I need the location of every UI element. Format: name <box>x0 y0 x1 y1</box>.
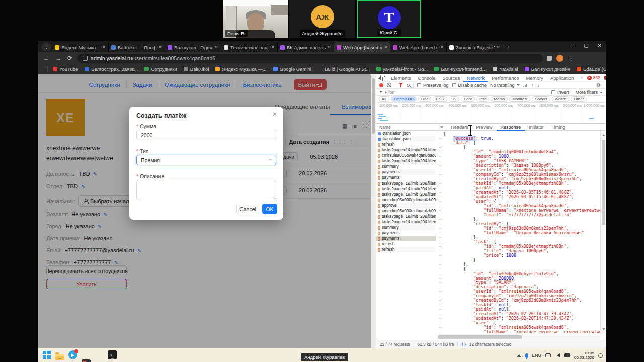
file-explorer-icon[interactable] <box>55 350 64 359</box>
filter-chip[interactable]: Other <box>571 96 587 102</box>
filter-chip[interactable]: Fetch/XHR <box>391 96 417 102</box>
devtools-tab[interactable]: Console <box>415 74 439 82</box>
request-row[interactable]: tasks?page=1&limit=20&filters%5... <box>376 158 436 164</box>
tab-close-icon[interactable]: ✕ <box>214 45 218 50</box>
response-horizontal-scrollbar[interactable] <box>437 334 600 340</box>
bookmark-item[interactable]: Бал кукол дизайн <box>525 66 570 72</box>
bookmark-item[interactable]: Яндекс Музыка —... <box>215 66 266 72</box>
filter-chip[interactable]: Doc <box>418 96 431 102</box>
network-conditions-icon[interactable] <box>523 83 528 87</box>
invert-checkbox[interactable]: Invert <box>551 89 569 95</box>
request-row[interactable]: tasks?page=1&limit=20&filters%5... <box>376 192 436 197</box>
bookmark-item[interactable]: BalKukol <box>184 66 209 72</box>
notifications-icon[interactable] <box>598 353 603 358</box>
app-icon-dark[interactable] <box>82 359 91 362</box>
devtools-tab[interactable]: Network <box>463 74 488 82</box>
browser-tab[interactable]: БК Админ панель (просм ✕ <box>278 42 334 52</box>
filter-chip[interactable]: Font <box>461 96 475 102</box>
filter-chip[interactable]: Manifest <box>509 96 530 102</box>
browser-tab[interactable]: Звонок в Яндекс Тел ✕ <box>447 42 503 52</box>
error-badge[interactable]: ✕ 832 1 <box>587 75 606 80</box>
ok-button[interactable]: OK <box>262 204 277 214</box>
filter-chip[interactable]: CSS <box>433 96 447 102</box>
device-toolbar-icon[interactable] <box>384 76 385 80</box>
page-scrollbar[interactable] <box>371 74 376 348</box>
type-select[interactable]: Премия <box>136 155 276 165</box>
forward-button[interactable]: → <box>55 55 61 62</box>
tab-close-icon[interactable]: ✕ <box>102 45 106 50</box>
tab-close-icon[interactable]: ✕ <box>271 45 275 50</box>
request-row[interactable]: refresh <box>376 247 436 252</box>
export-har-icon[interactable]: ↓ <box>537 83 540 88</box>
scroll-down-arrow[interactable] <box>602 328 605 332</box>
clock[interactable]: 19:05 05.03.2026 <box>574 351 594 360</box>
search-icon[interactable] <box>407 84 410 87</box>
tab-close-icon[interactable]: ✕ <box>496 45 500 50</box>
detail-tab[interactable]: Response <box>497 124 525 131</box>
name-column-header[interactable]: Name <box>376 124 436 130</box>
request-row[interactable]: refresh <box>376 241 436 247</box>
throttling-select[interactable]: No throttling <box>490 83 520 88</box>
filter-funnel-icon[interactable] <box>399 83 403 87</box>
pretty-print-icon[interactable]: { } <box>461 342 465 346</box>
browser-tab[interactable]: Техническое задание: А ✕ <box>221 42 278 52</box>
browser-tab[interactable]: Яндекс Музыка — собир ✕ <box>52 42 109 52</box>
scroll-up-arrow[interactable] <box>602 133 605 136</box>
call-tile-avatar[interactable]: АЖ Андрей Журавлёв <box>289 0 355 38</box>
detail-tab[interactable]: Preview <box>472 124 497 131</box>
tab-close-icon[interactable]: ✕ <box>384 45 388 50</box>
network-overview-timeline[interactable]: 100,000 ms200,000 ms300,000 ms400,000 ms… <box>376 103 606 124</box>
request-row[interactable]: tasks?page=1&limit=20&filters%5... <box>376 219 436 225</box>
terminal-icon[interactable]: >_ <box>108 350 117 359</box>
window-close-button[interactable]: ✕ <box>598 43 602 48</box>
record-button[interactable] <box>379 83 383 87</box>
volume-icon[interactable] <box>555 353 560 357</box>
bookmark-item[interactable]: Бал-кукол-frontend... <box>434 66 486 72</box>
new-tab-button[interactable]: + <box>506 44 510 51</box>
hidden-icons-chevron[interactable] <box>517 352 521 357</box>
filter-chip[interactable]: All <box>379 96 389 102</box>
devtools-tab[interactable]: Memory <box>523 74 547 82</box>
devtools-tab[interactable]: Application <box>547 74 577 82</box>
request-row[interactable]: payments <box>376 175 436 180</box>
bookmark-item[interactable]: Белгосстрах. Заявк... <box>85 66 138 72</box>
filter-chip[interactable]: Wasm <box>552 96 569 102</box>
close-detail-icon[interactable]: ✕ <box>436 125 447 130</box>
extensions-icon[interactable] <box>547 56 552 61</box>
filter-chip[interactable]: Img <box>476 96 489 102</box>
devtools-tab[interactable]: Performance <box>488 74 522 82</box>
address-bar[interactable]: admin.yasdelal.ru/user/cmlrsuiea005owak4… <box>77 54 543 63</box>
bookmark-item[interactable]: Build | Google AI St... <box>318 66 370 72</box>
request-row[interactable]: translation.json <box>376 131 436 136</box>
request-row[interactable]: cmmdmj05x000ejdtmapfzh00n <box>376 197 436 203</box>
request-row[interactable]: translation.json <box>376 136 436 142</box>
browser-tab[interactable]: Web App (based on LiteF ✕ <box>390 42 447 52</box>
display-icon[interactable] <box>545 353 551 357</box>
scrollbar-thumb[interactable] <box>438 335 522 339</box>
scrollbar-thumb[interactable] <box>602 140 605 225</box>
call-tile-video[interactable]: Denis B. <box>223 0 288 38</box>
request-row[interactable]: cmlrsuiea005owak4qan8oad6 <box>376 153 436 158</box>
call-tile-active-speaker[interactable]: T Юрий С. <box>357 0 421 38</box>
disable-cache-checkbox[interactable]: Disable cache <box>452 83 487 88</box>
request-row[interactable]: tasks?page=1&limit=20&filters%5... <box>376 147 436 153</box>
tab-close-icon[interactable]: ✕ <box>158 45 162 50</box>
filter-chip[interactable]: Media <box>491 96 508 102</box>
detail-tab[interactable]: Initiator <box>525 124 548 131</box>
language-indicator[interactable]: ENG <box>532 353 541 358</box>
window-maximize-button[interactable]: ▢ <box>584 43 588 48</box>
import-har-icon[interactable]: ↑ <box>532 83 534 88</box>
devtools-tab[interactable]: Elements <box>387 74 415 82</box>
profile-avatar[interactable] <box>556 55 564 62</box>
response-vertical-scrollbar[interactable] <box>600 131 606 334</box>
filter-chip[interactable]: Socket <box>532 96 550 102</box>
browser-tab[interactable]: Бал кукол - Figma ✕ <box>165 42 221 52</box>
request-row[interactable]: tasks?page=1&limit=20&filters%5... <box>376 186 436 192</box>
request-row[interactable]: refresh <box>376 142 436 147</box>
devtools-more-tabs-chevron[interactable]: » <box>577 74 587 82</box>
scrollbar-thumb[interactable] <box>372 78 375 134</box>
inspect-element-icon[interactable] <box>380 75 381 80</box>
more-filters-button[interactable]: More filters <box>575 89 603 95</box>
filter-chip[interactable]: JS <box>449 96 459 102</box>
description-textarea[interactable] <box>136 180 276 200</box>
